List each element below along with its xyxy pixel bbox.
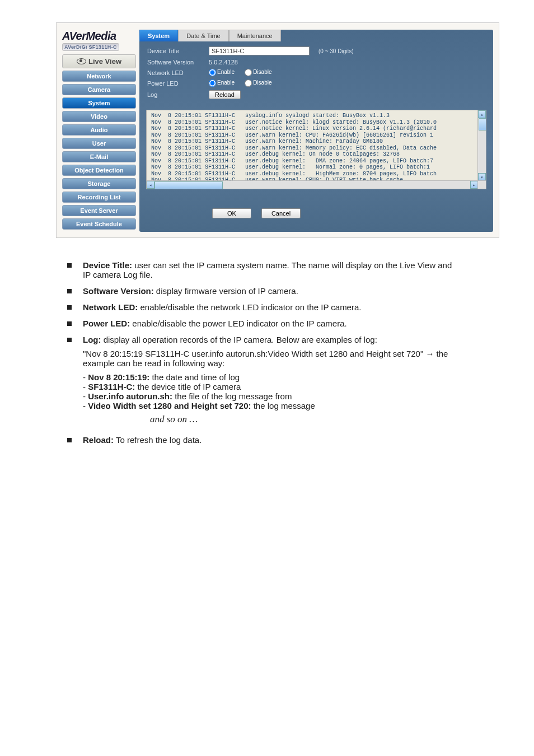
sidebar-item-audio[interactable]: Audio <box>62 124 136 136</box>
vertical-scrollbar[interactable]: ▴ ▾ <box>477 110 486 181</box>
tab-maintenance[interactable]: Maintenance <box>229 30 281 41</box>
power-led-enable-radio[interactable] <box>209 80 216 87</box>
bullet-icon <box>67 338 72 342</box>
vertical-scroll-thumb[interactable] <box>479 118 486 130</box>
brand-model: AVerDiGi SF1311H-C <box>62 43 119 51</box>
brand-logo: AVerMedia <box>62 30 136 43</box>
scrollbar-corner <box>477 180 486 189</box>
software-version-value: 5.0.2.4128 <box>209 59 238 66</box>
tab-system[interactable]: System <box>139 30 178 41</box>
bullet-icon <box>67 438 72 442</box>
ok-button[interactable]: OK <box>212 208 251 218</box>
reload-button[interactable]: Reload <box>209 90 241 99</box>
power-led-label: Power LED <box>147 80 209 87</box>
device-title-hint: (0 ~ 30 Digits) <box>318 48 354 54</box>
sidebar-item-user[interactable]: User <box>62 138 136 149</box>
sidebar-item-network[interactable]: Network <box>62 71 136 82</box>
brand: AVerMedia AVerDiGi SF1311H-C <box>62 30 136 51</box>
sidebar-item-event-server[interactable]: Event Server <box>62 205 136 216</box>
sidebar-live-label: Live View <box>88 57 121 66</box>
bullet-icon <box>67 321 72 326</box>
content-panel: SystemDate & TimeMaintenance Device Titl… <box>139 30 493 232</box>
scroll-down-arrow-icon[interactable]: ▾ <box>478 173 486 181</box>
device-title-input[interactable] <box>209 46 310 55</box>
network-led-enable-radio[interactable] <box>209 69 216 76</box>
log-label: Log <box>147 91 209 98</box>
log-text: Nov 8 20:15:01 SF1311H-C syslog.info sys… <box>147 110 486 181</box>
sidebar-item-video[interactable]: Video <box>62 111 136 122</box>
software-version-label: Software Version <box>147 59 209 66</box>
scroll-up-arrow-icon[interactable]: ▴ <box>478 110 486 118</box>
power-led-disable-radio[interactable] <box>245 80 252 87</box>
eye-icon <box>77 58 86 64</box>
sidebar: AVerMedia AVerDiGi SF1311H-C Live View N… <box>62 30 139 232</box>
bullet-icon <box>67 289 72 293</box>
tab-date-time[interactable]: Date & Time <box>178 30 229 41</box>
sidebar-item-storage[interactable]: Storage <box>62 178 136 189</box>
scroll-left-arrow-icon[interactable]: ◂ <box>147 181 154 189</box>
log-box: Nov 8 20:15:01 SF1311H-C syslog.info sys… <box>146 110 486 189</box>
bullet-icon <box>67 305 72 310</box>
sidebar-item-recording-list[interactable]: Recording List <box>62 192 136 203</box>
sidebar-item-object-detection[interactable]: Object Detection <box>62 165 136 176</box>
cancel-button[interactable]: Cancel <box>261 208 301 218</box>
and-so-on: and so on … <box>150 414 456 425</box>
screenshot-panel: AVerMedia AVerDiGi SF1311H-C Live View N… <box>56 22 499 238</box>
network-led-label: Network LED <box>147 69 209 76</box>
bullet-icon <box>67 263 72 268</box>
sidebar-item-event-schedule[interactable]: Event Schedule <box>62 218 136 230</box>
sidebar-item-e-mail[interactable]: E-Mail <box>62 151 136 162</box>
device-title-label: Device Title <box>147 48 209 54</box>
scroll-right-arrow-icon[interactable]: ▸ <box>470 181 478 189</box>
tab-bar: SystemDate & TimeMaintenance <box>139 30 493 41</box>
sidebar-live-view[interactable]: Live View <box>62 54 136 68</box>
horizontal-scrollbar[interactable]: ◂ ▸ <box>147 180 478 189</box>
sidebar-item-system[interactable]: System <box>62 97 136 109</box>
horizontal-scroll-thumb[interactable] <box>154 181 223 189</box>
sidebar-item-camera[interactable]: Camera <box>62 84 136 95</box>
network-led-disable-radio[interactable] <box>245 69 252 76</box>
document-body: Device Title: user can set the IP camera… <box>67 260 456 445</box>
